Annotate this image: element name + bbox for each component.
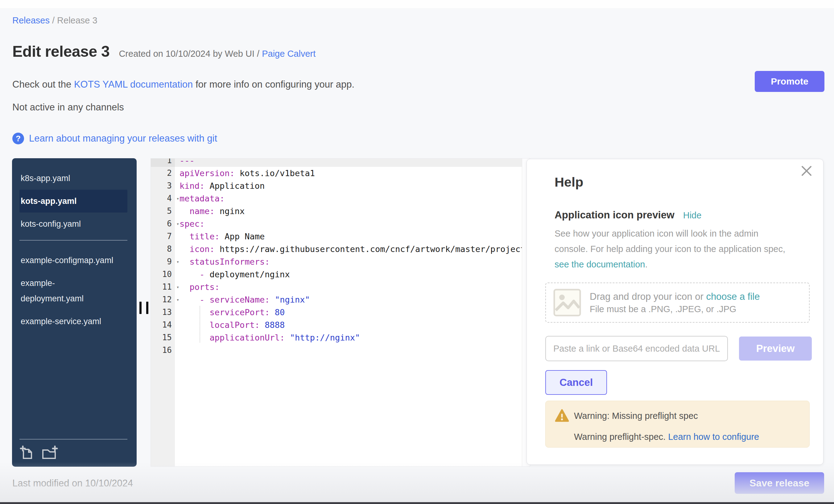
code-line[interactable]: 14 localPort: 8888 bbox=[151, 319, 530, 331]
top-strip bbox=[0, 0, 834, 8]
main-content: k8s-app.yamlkots-app.yamlkots-config.yam… bbox=[0, 158, 834, 467]
dropzone-text: Drag and drop your icon or choose a file… bbox=[590, 291, 760, 314]
preview-button[interactable]: Preview bbox=[739, 336, 812, 360]
line-number: 15 bbox=[151, 331, 175, 344]
breadcrumb-current: Release 3 bbox=[57, 16, 97, 25]
dropzone-line1: Drag and drop your icon or choose a file bbox=[590, 291, 760, 302]
new-file-icon[interactable] bbox=[19, 445, 34, 460]
file-tree-item[interactable]: example-configmap.yaml bbox=[19, 249, 127, 272]
channel-status-text: Not active in any channels bbox=[12, 102, 124, 113]
line-number: 10 bbox=[151, 268, 175, 281]
code-line[interactable]: 3kind: Application bbox=[151, 179, 530, 192]
see-documentation-link[interactable]: see the documentation bbox=[554, 259, 645, 269]
code-text: title: App Name bbox=[175, 230, 530, 243]
code-text: metadata: bbox=[175, 192, 530, 205]
dropzone-file-types: File must be a .PNG, .JPEG, or .JPG bbox=[590, 304, 760, 314]
warning-title: Warning: Missing preflight spec bbox=[574, 411, 698, 421]
page-title: Edit release 3 bbox=[12, 43, 109, 61]
code-line[interactable]: 12▾ - serviceName: "nginx" bbox=[151, 293, 530, 306]
code-line[interactable]: 6▾spec: bbox=[151, 217, 530, 230]
code-line[interactable]: 8 icon: https://raw.githubusercontent.co… bbox=[151, 243, 530, 256]
window-bottom-edge bbox=[0, 502, 834, 504]
kots-yaml-docs-link[interactable]: KOTS YAML documentation bbox=[74, 79, 193, 90]
code-line[interactable]: 7 title: App Name bbox=[151, 230, 530, 243]
title-row: Edit release 3 Created on 10/10/2024 by … bbox=[12, 43, 315, 61]
code-line[interactable]: 10 - deployment/nginx bbox=[151, 268, 530, 281]
cancel-button[interactable]: Cancel bbox=[545, 370, 607, 395]
code-line[interactable]: 4▾metadata: bbox=[151, 192, 530, 205]
line-number: 1 bbox=[151, 158, 175, 167]
dropzone-prompt: Drag and drop your icon or bbox=[590, 291, 706, 302]
icon-url-input[interactable] bbox=[545, 336, 728, 361]
code-text: applicationUrl: "http://nginx" bbox=[175, 331, 530, 344]
code-text: localPort: 8888 bbox=[175, 319, 530, 331]
line-number: 7 bbox=[151, 230, 175, 243]
sidebar-footer bbox=[19, 439, 127, 460]
code-text: - serviceName: "nginx" bbox=[175, 293, 530, 306]
code-text: spec: bbox=[175, 217, 530, 230]
image-placeholder-icon bbox=[553, 289, 581, 316]
preflight-warning-box: Warning: Missing preflight spec Warning … bbox=[545, 401, 810, 447]
file-tree-item[interactable]: kots-app.yaml bbox=[19, 190, 127, 213]
docs-hint-line: Check out the KOTS YAML documentation fo… bbox=[12, 79, 354, 90]
close-icon[interactable] bbox=[800, 165, 813, 177]
code-line[interactable]: 1--- bbox=[151, 158, 530, 167]
created-text: Created on 10/10/2024 by Web UI / bbox=[119, 49, 262, 59]
created-author-link[interactable]: Paige Calvert bbox=[262, 49, 315, 59]
line-number: 11▾ bbox=[151, 281, 175, 293]
code-text: - deployment/nginx bbox=[175, 268, 530, 281]
icon-preview-description: See how your application icon will look … bbox=[554, 226, 801, 272]
code-text: --- bbox=[175, 158, 530, 167]
line-number: 14 bbox=[151, 319, 175, 331]
code-line[interactable]: 11▾ ports: bbox=[151, 281, 530, 293]
save-release-button[interactable]: Save release bbox=[735, 472, 824, 494]
warning-body-text: Warning preflight-spec. bbox=[574, 432, 668, 442]
code-line[interactable]: 5 name: nginx bbox=[151, 205, 530, 217]
line-number: 2 bbox=[151, 167, 175, 179]
hide-link[interactable]: Hide bbox=[683, 210, 702, 221]
warning-icon bbox=[555, 409, 569, 422]
line-number: 12▾ bbox=[151, 293, 175, 306]
code-line[interactable]: 2apiVersion: kots.io/v1beta1 bbox=[151, 167, 530, 179]
icon-dropzone[interactable]: Drag and drop your icon or choose a file… bbox=[545, 283, 810, 323]
docs-hint-pre: Check out the bbox=[12, 79, 74, 90]
line-number: 3 bbox=[151, 179, 175, 192]
line-number: 9▾ bbox=[151, 256, 175, 268]
git-releases-link[interactable]: Learn about managing your releases with … bbox=[29, 133, 217, 144]
code-line[interactable]: 13 servicePort: 80 bbox=[151, 306, 530, 319]
promote-button[interactable]: Promote bbox=[755, 71, 825, 92]
last-modified-text: Last modified on 10/10/2024 bbox=[12, 478, 133, 489]
code-text: kind: Application bbox=[175, 179, 530, 192]
file-tree-item[interactable]: kots-config.yaml bbox=[19, 213, 127, 235]
line-number: 13 bbox=[151, 306, 175, 319]
yaml-code-editor[interactable]: 1---2apiVersion: kots.io/v1beta13kind: A… bbox=[151, 158, 530, 467]
code-line[interactable]: 9▾ statusInformers: bbox=[151, 256, 530, 268]
choose-file-link[interactable]: choose a file bbox=[706, 291, 760, 302]
learn-how-to-configure-link[interactable]: Learn how to configure bbox=[668, 432, 759, 442]
indent-guide bbox=[200, 306, 200, 342]
warning-body: Warning preflight-spec. Learn how to con… bbox=[574, 432, 759, 442]
docs-hint-post: for more info on configuring your app. bbox=[193, 79, 354, 90]
question-icon: ? bbox=[12, 133, 24, 144]
file-tree-item[interactable]: example-service.yaml bbox=[19, 310, 127, 333]
code-text: servicePort: 80 bbox=[175, 306, 530, 319]
file-tree-divider bbox=[19, 240, 127, 241]
file-tree-item[interactable]: k8s-app.yaml bbox=[19, 167, 127, 190]
icon-preview-title: Application icon preview bbox=[554, 209, 675, 221]
file-tree-sidebar: k8s-app.yamlkots-app.yamlkots-config.yam… bbox=[12, 158, 137, 467]
description-line1: See how your application icon will look … bbox=[554, 228, 759, 238]
created-info: Created on 10/10/2024 by Web UI / Paige … bbox=[119, 49, 315, 59]
code-text: icon: https://raw.githubusercontent.com/… bbox=[175, 243, 530, 256]
line-number: 8 bbox=[151, 243, 175, 256]
code-line[interactable]: 16 bbox=[151, 344, 530, 356]
breadcrumb-releases-link[interactable]: Releases bbox=[12, 16, 50, 25]
new-folder-icon[interactable] bbox=[41, 445, 58, 460]
code-text: name: nginx bbox=[175, 205, 530, 217]
description-line2: console. For help adding your icon to th… bbox=[554, 244, 785, 254]
line-number: 4▾ bbox=[151, 192, 175, 205]
file-tree-item[interactable]: example-deployment.yaml bbox=[19, 272, 127, 310]
sidebar-resize-handle[interactable] bbox=[139, 302, 148, 314]
code-line[interactable]: 15 applicationUrl: "http://nginx" bbox=[151, 331, 530, 344]
description-period: . bbox=[645, 259, 648, 269]
line-number: 5 bbox=[151, 205, 175, 217]
